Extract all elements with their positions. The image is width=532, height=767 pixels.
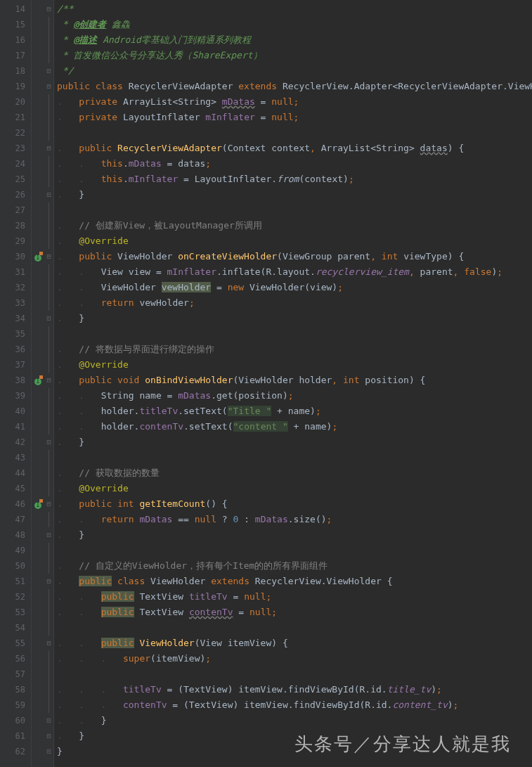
line-number: 35	[0, 326, 31, 342]
line-number: 61	[0, 728, 31, 744]
code-line[interactable]: . // 创建新View，被LayoutManager所调用	[54, 218, 532, 233]
code-line[interactable]: . . holder.titleTv.setText("Title " + na…	[54, 404, 532, 419]
code-line[interactable]: . . String name = mDatas.get(position);	[54, 388, 532, 404]
code-line[interactable]: . // 自定义的ViewHolder，持有每个Item的的所有界面组件	[54, 558, 532, 574]
fold-toggle[interactable]: ⊟	[44, 373, 53, 388]
code-line[interactable]	[54, 620, 532, 636]
override-icon[interactable]: I	[34, 502, 41, 509]
line-number: 45	[0, 481, 31, 496]
fold-toggle[interactable]: ⊟	[44, 574, 53, 589]
code-line[interactable]: . . this.mInflater = LayoutInflater.from…	[54, 172, 532, 187]
line-number: 42	[0, 434, 31, 450]
code-line[interactable]: . public class ViewHolder extends Recycl…	[54, 574, 532, 589]
code-line[interactable]: . . ViewHolder vewHolder = new ViewHolde…	[54, 280, 532, 295]
fold-toggle[interactable]: ⊡	[44, 187, 53, 202]
fold-toggle	[44, 651, 53, 666]
code-line[interactable]: public class RecyclerViewAdapter extends…	[54, 79, 532, 94]
code-line[interactable]: . public void onBindViewHolder(ViewHolde…	[54, 373, 532, 388]
line-number-gutter: 1415161718192021222324252627282930313233…	[0, 0, 32, 767]
line-number: 23	[0, 141, 31, 156]
code-line[interactable]	[54, 450, 532, 465]
gutter-marker	[32, 465, 44, 481]
line-number: 51	[0, 574, 31, 589]
fold-toggle	[44, 481, 53, 496]
code-line[interactable]: . . this.mDatas = datas;	[54, 156, 532, 172]
code-line[interactable]: . . . titleTv = (TextView) itemView.find…	[54, 682, 532, 697]
code-line[interactable]: . }	[54, 187, 532, 202]
line-number: 33	[0, 295, 31, 311]
code-line[interactable]: . . public TextView contenTv = null;	[54, 605, 532, 620]
code-line[interactable]: . public RecyclerViewAdapter(Context con…	[54, 141, 532, 156]
line-number: 62	[0, 744, 31, 759]
code-line[interactable]: . . return mDatas == null ? 0 : mDatas.s…	[54, 512, 532, 527]
gutter-marker: I	[32, 249, 44, 264]
gutter-marker	[32, 141, 44, 156]
code-line[interactable]: . }	[54, 527, 532, 543]
gutter-marker	[32, 218, 44, 233]
watermark-text: 头条号／分享达人就是我	[294, 732, 511, 756]
code-line[interactable]: . }	[54, 311, 532, 326]
code-line[interactable]: . . . super(itemView);	[54, 651, 532, 666]
code-line[interactable]: . @Override	[54, 357, 532, 373]
fold-toggle[interactable]: ⊟	[44, 496, 53, 512]
line-number: 59	[0, 697, 31, 713]
code-line[interactable]: * @描述 Android零基础入门到精通系列教程	[54, 32, 532, 48]
fold-toggle[interactable]: ⊟	[44, 141, 53, 156]
line-number: 43	[0, 450, 31, 465]
fold-toggle[interactable]: ⊡	[44, 713, 53, 728]
code-line[interactable]: . // 获取数据的数量	[54, 465, 532, 481]
fold-toggle[interactable]: ⊡	[44, 434, 53, 450]
code-line[interactable]: . . . contenTv = (TextView) itemView.fin…	[54, 697, 532, 713]
line-number: 55	[0, 636, 31, 651]
code-line[interactable]: . // 将数据与界面进行绑定的操作	[54, 342, 532, 357]
fold-toggle[interactable]: ⊟	[44, 636, 53, 651]
code-line[interactable]: . @Override	[54, 481, 532, 496]
fold-toggle[interactable]: ⊡	[44, 311, 53, 326]
fold-toggle	[44, 404, 53, 419]
code-line[interactable]: . public int getItemCount() {	[54, 496, 532, 512]
code-line[interactable]: . @Override	[54, 233, 532, 249]
code-line[interactable]: . . public TextView titleTv = null;	[54, 589, 532, 605]
code-line[interactable]: . private ArrayList<String> mDatas = nul…	[54, 94, 532, 110]
fold-toggle	[44, 218, 53, 233]
code-line[interactable]: . private LayoutInflater mInflater = nul…	[54, 110, 532, 125]
fold-toggle[interactable]: ⊟	[44, 249, 53, 264]
override-icon[interactable]: I	[34, 254, 41, 262]
line-number: 49	[0, 543, 31, 558]
fold-toggle[interactable]: ⊡	[44, 728, 53, 744]
code-line[interactable]: . . return vewHolder;	[54, 295, 532, 311]
gutter-marker	[32, 1, 44, 17]
code-line[interactable]	[54, 125, 532, 141]
line-number: 30	[0, 249, 31, 264]
code-line[interactable]	[54, 543, 532, 558]
code-line[interactable]	[54, 326, 532, 342]
fold-toggle[interactable]: ⊡	[44, 744, 53, 759]
fold-toggle[interactable]: ⊡	[44, 63, 53, 79]
fold-toggle[interactable]: ⊡	[44, 527, 53, 543]
code-line[interactable]: . . View view = mInflater.inflate(R.layo…	[54, 264, 532, 280]
code-line[interactable]: . . public ViewHolder(View itemView) {	[54, 636, 532, 651]
gutter-marker	[32, 666, 44, 682]
gutter-marker	[32, 172, 44, 187]
code-line[interactable]: . }	[54, 434, 532, 450]
code-line[interactable]: */	[54, 63, 532, 79]
line-number: 24	[0, 156, 31, 172]
line-number: 18	[0, 63, 31, 79]
code-line[interactable]: * @创建者 鑫鱻	[54, 17, 532, 32]
code-line[interactable]: . . holder.contenTv.setText("content " +…	[54, 419, 532, 434]
fold-toggle	[44, 419, 53, 434]
fold-toggle[interactable]: ⊟	[44, 79, 53, 94]
code-line[interactable]	[54, 666, 532, 682]
code-line[interactable]: . . }	[54, 713, 532, 728]
fold-toggle[interactable]: ⊟	[44, 1, 53, 17]
line-number: 39	[0, 388, 31, 404]
line-number: 46	[0, 496, 31, 512]
code-line[interactable]	[54, 202, 532, 218]
line-number: 20	[0, 94, 31, 110]
code-line[interactable]: . public ViewHolder onCreateViewHolder(V…	[54, 249, 532, 264]
fold-toggle	[44, 94, 53, 110]
code-line[interactable]: * 首发微信公众号分享达人秀（ShareExpert）	[54, 48, 532, 63]
code-line[interactable]: /**	[54, 1, 532, 17]
override-icon[interactable]: I	[34, 378, 41, 385]
code-area[interactable]: /** * @创建者 鑫鱻 * @描述 Android零基础入门到精通系列教程 …	[54, 0, 532, 767]
